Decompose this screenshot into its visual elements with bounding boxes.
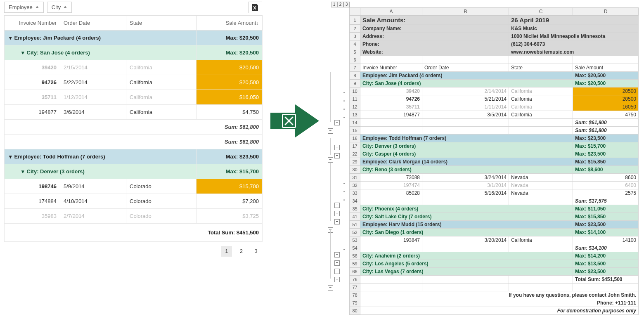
sheet-blank-row[interactable]: 77 [350,283,639,291]
group-row-city[interactable]: ▾ City: San Jose (4 orders)Max: $20,500 [5,45,263,60]
row-head[interactable]: 80 [350,307,360,315]
cell[interactable]: Max: $23,500 [573,268,639,276]
export-button[interactable] [248,2,262,13]
row-head[interactable]: 3 [350,33,360,40]
col-d[interactable]: D [573,8,639,16]
cell[interactable] [360,56,422,64]
cell[interactable]: 94726 [360,95,422,103]
col-sale-amount[interactable]: ↓ Sale Amount [197,16,263,31]
cell[interactable]: 1000 Nicllet Mall Minneapolis Minnesota [509,33,639,40]
outline-collapse[interactable]: − [328,128,333,134]
sheet-data-row[interactable]: 31730883/24/2014Nevada8600 [350,174,639,182]
row-head[interactable]: 7 [350,64,360,72]
outline-expand[interactable]: + [334,269,340,274]
outline-collapse[interactable]: − [328,285,333,291]
cell[interactable]: Total Sum: $451,500 [573,276,639,283]
group-row-employee[interactable]: ▾ Employee: Jim Packard (4 orders)Max: $… [5,31,263,45]
outline-level-1[interactable]: 1 [331,2,337,7]
cell[interactable]: 14100 [573,236,639,244]
sheet-city-row[interactable]: 35City: Phoenix (4 orders)Max: $11,050 [350,205,639,213]
cell[interactable]: Sum: $61,800 [573,127,639,135]
sheet-sum-row[interactable]: 14Sum: $61,800 [350,119,639,127]
sheet-city-row[interactable]: 17City: Denver (3 orders)Max: $15,700 [350,142,639,150]
cell[interactable]: Max: $15,700 [573,142,639,150]
cell[interactable]: Max: $8,600 [573,166,639,174]
sheet-blank-row[interactable]: 6 [350,56,639,64]
col-order-date[interactable]: Order Date [60,16,126,31]
sheet-emp-row[interactable]: 16Employee: Todd Hoffman (7 orders)Max: … [350,135,639,142]
cell[interactable]: K&S Music [509,25,639,33]
cell[interactable]: Max: $15,850 [573,213,639,221]
sheet-data-row[interactable]: 10394202/14/2014California20500 [350,87,639,95]
cell[interactable]: Max: $15,850 [573,158,639,166]
row-head[interactable]: 5 [350,48,360,56]
cell[interactable]: 26 April 2019 [509,16,639,25]
cell[interactable]: 2/14/2014 [422,87,509,95]
sheet-city-row[interactable]: 22City: Casper (4 orders)Max: $23,500 [350,150,639,158]
cell[interactable]: Employee: Harv Mudd (15 orders) [360,221,573,229]
outline-expand[interactable]: + [334,277,340,282]
cell[interactable] [509,197,573,205]
sheet-sum-row[interactable]: 54Sum: $14,100 [350,244,639,252]
sheet-emp-row[interactable]: 51Employee: Harv Mudd (15 orders)Max: $2… [350,221,639,229]
cell[interactable]: City: Reno (3 orders) [360,166,573,174]
group-chip-city[interactable]: City [47,2,72,13]
cell[interactable]: Max: $20,500 [573,80,639,87]
cell[interactable]: Phone: [360,40,509,48]
outline-expand[interactable]: + [334,211,340,216]
row-head[interactable]: 13 [350,111,360,119]
row-head[interactable]: 17 [350,142,360,150]
sheet-city-row[interactable]: 56City: Anaheim (2 orders)Max: $14,200 [350,252,639,260]
cell[interactable]: 197474 [360,182,422,189]
sheet-emp-row[interactable]: 29Employee: Clark Morgan (14 orders)Max:… [350,158,639,166]
row-head[interactable]: 9 [350,80,360,87]
cell[interactable]: Nevada [509,182,573,189]
row-head[interactable]: 2 [350,25,360,33]
sheet-city-row[interactable]: 41City: Salt Lake City (7 orders)Max: $1… [350,213,639,221]
cell[interactable]: Employee: Jim Packard (4 orders) [360,72,573,80]
col-a[interactable]: A [360,8,422,16]
data-row[interactable]: 357111/12/2014California$16,050 [5,90,263,105]
cell[interactable]: 3/1/2014 [422,182,509,189]
outline-collapse[interactable]: − [328,157,333,163]
row-head[interactable]: 14 [350,119,360,127]
cell[interactable]: 6400 [573,182,639,189]
cell[interactable]: Max: $13,500 [573,260,639,268]
sheet-city-row[interactable]: 52City: San Diego (1 orders)Max: $14,100 [350,229,639,236]
cell[interactable]: City: Phoenix (4 orders) [360,205,573,213]
cell[interactable]: Sum: $14,100 [573,244,639,252]
cell[interactable]: Employee: Todd Hoffman (7 orders) [360,135,573,142]
cell[interactable]: Sum: $17,575 [573,197,639,205]
sheet-header-row[interactable]: 5Website:www.nowebsitemusic.com [350,48,639,56]
cell[interactable]: City: Anaheim (2 orders) [360,252,573,260]
col-state[interactable]: State [126,16,197,31]
cell[interactable]: California [509,87,573,95]
sheet-sum-row[interactable]: 34Sum: $17,575 [350,197,639,205]
row-head[interactable]: 15 [350,127,360,135]
cell[interactable]: (612) 304-6073 [509,40,639,48]
cell[interactable]: Sum: $61,800 [573,119,639,127]
cell[interactable] [422,197,509,205]
cell[interactable]: 3/20/2014 [422,236,509,244]
cell[interactable]: If you have any questions, please contac… [360,291,639,299]
cell[interactable]: California [509,236,573,244]
group-chip-employee[interactable]: Employee [4,2,44,13]
sheet-title-row[interactable]: 1Sale Amounts:26 April 2019 [350,16,639,25]
cell[interactable] [360,244,422,252]
cell[interactable] [422,56,509,64]
cell[interactable]: 3/24/2014 [422,174,509,182]
cell[interactable]: Max: $23,500 [573,150,639,158]
cell[interactable]: 4750 [573,111,639,119]
cell[interactable]: Max: $11,050 [573,205,639,213]
cell[interactable] [360,197,422,205]
sheet-data-row[interactable]: 11947265/21/2014California20500 [350,95,639,103]
cell[interactable] [360,276,422,283]
cell[interactable]: 20500 [573,87,639,95]
sheet-header-row[interactable]: 3Address:1000 Nicllet Mall Minneapolis M… [350,33,639,40]
cell[interactable] [422,283,509,291]
row-head[interactable]: 22 [350,150,360,158]
cell[interactable]: City: Las Vegas (7 orders) [360,268,573,276]
col-c[interactable]: C [509,8,573,16]
cell[interactable]: Nevada [509,174,573,182]
cell[interactable]: 39420 [360,87,422,95]
